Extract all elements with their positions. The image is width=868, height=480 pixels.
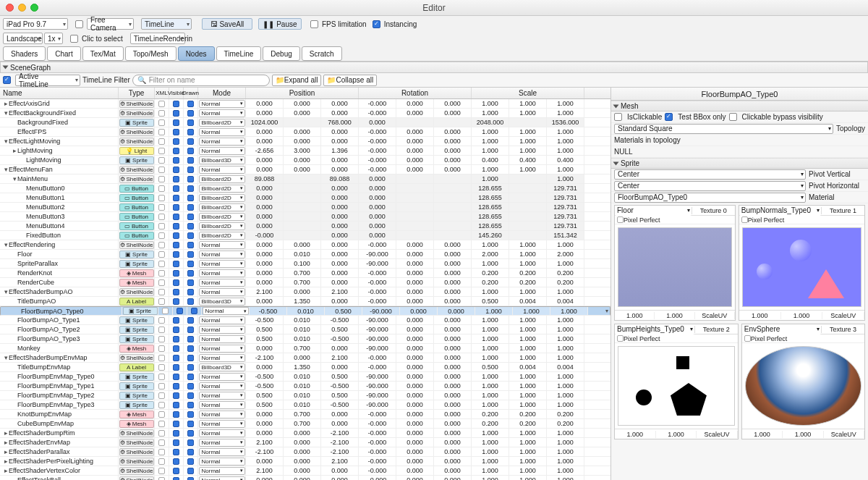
vis-chk[interactable] — [173, 449, 179, 455]
drw-chk[interactable] — [187, 430, 194, 437]
drw-chk[interactable] — [187, 458, 194, 465]
num-cell[interactable]: -90.000 — [359, 334, 396, 343]
num-cell[interactable]: 0.000 — [396, 165, 434, 174]
num-cell[interactable] — [434, 184, 472, 193]
num-cell[interactable]: 1.396 — [321, 146, 359, 155]
mode-select[interactable]: Billboard2D — [199, 232, 245, 240]
num-cell[interactable]: 1.000 — [472, 400, 509, 409]
tree-row[interactable]: ▾EffectShaderBumpAO⚙ShellNodeNormal2.100… — [0, 287, 610, 297]
tree-row[interactable]: FloorBumpAO_Type0▣SpriteNormal-0.5000.01… — [0, 306, 610, 316]
tree-row[interactable]: KnotBumpEnvMap◈MeshNormal0.0000.7000.000… — [0, 410, 610, 419]
num-cell[interactable]: 0.000 — [321, 212, 359, 221]
tree-row[interactable]: ▸EffectShaderVertexColor⚙ShellNodeNormal… — [0, 466, 610, 476]
tree-row[interactable]: ▸EffectShaderParallax⚙ShellNodeNormal-2.… — [0, 447, 610, 457]
xml-chk[interactable] — [158, 261, 165, 267]
num-cell[interactable]: 0.000 — [284, 99, 321, 108]
device-select[interactable]: iPad Pro 9.7 — [3, 18, 68, 30]
num-cell[interactable] — [509, 184, 547, 193]
num-cell[interactable]: -0.000 — [359, 297, 396, 306]
mode-select[interactable]: Normal — [199, 410, 245, 418]
num-cell[interactable]: -0.500 — [321, 334, 359, 343]
num-cell[interactable]: 1.000 — [509, 400, 547, 409]
num-cell[interactable]: 0.000 — [321, 297, 359, 306]
mode-select[interactable]: Normal — [199, 147, 245, 155]
num-cell[interactable]: 0.000 — [396, 287, 434, 296]
num-cell[interactable]: 1.000 — [472, 240, 509, 249]
num-cell[interactable]: -0.000 — [359, 287, 396, 296]
xml-chk[interactable] — [158, 101, 165, 107]
mode-select[interactable]: Billboard2D — [199, 175, 245, 183]
num-cell[interactable]: 0.010 — [284, 400, 321, 409]
drw-chk[interactable] — [187, 261, 194, 267]
num-cell[interactable]: 0.000 — [396, 400, 434, 409]
xml-chk[interactable] — [158, 411, 165, 418]
xml-chk[interactable] — [158, 279, 165, 286]
num-cell[interactable]: 0.000 — [284, 137, 321, 146]
xml-chk[interactable] — [158, 195, 165, 201]
tree-row[interactable]: FloorBumpEnvMap_Type0▣SpriteNormal-0.500… — [0, 372, 610, 382]
drw-chk[interactable] — [187, 355, 194, 361]
num-cell[interactable]: 0.700 — [284, 344, 321, 353]
num-cell[interactable]: -0.000 — [359, 429, 396, 437]
num-cell[interactable]: 1.000 — [547, 457, 584, 466]
num-cell[interactable]: 2.100 — [246, 438, 284, 447]
num-cell[interactable]: 1.000 — [547, 476, 584, 480]
vis-chk[interactable] — [173, 421, 179, 427]
tree-row[interactable]: CubeBumpEnvMap◈MeshNormal0.0000.7000.000… — [0, 419, 610, 429]
num-cell[interactable]: 0.000 — [246, 476, 284, 480]
drw-chk[interactable] — [187, 270, 194, 277]
collapse-all-button[interactable]: 📁 Collapse all — [323, 75, 377, 86]
mode-select[interactable]: Normal — [199, 128, 245, 136]
num-cell[interactable]: 129.731 — [547, 193, 584, 202]
drw-chk[interactable] — [187, 119, 194, 126]
num-cell[interactable]: 1.000 — [547, 391, 584, 400]
num-cell[interactable]: 0.200 — [472, 419, 509, 428]
num-cell[interactable]: 0.000 — [434, 137, 472, 146]
mode-select[interactable]: Normal — [199, 100, 245, 108]
num-cell[interactable]: 0.200 — [547, 269, 584, 277]
mode-select[interactable]: Normal — [199, 373, 245, 381]
num-cell[interactable]: 0.000 — [434, 419, 472, 428]
mode-select[interactable]: Normal — [199, 326, 245, 334]
mode-select[interactable]: Billboard2D — [199, 203, 245, 211]
num-cell[interactable]: 0.000 — [284, 438, 321, 447]
mode-select[interactable]: Normal — [199, 439, 245, 447]
num-cell[interactable]: -2.100 — [321, 447, 359, 456]
tab-chart[interactable]: Chart — [47, 46, 80, 61]
xml-chk[interactable] — [158, 345, 165, 352]
xml-chk[interactable] — [158, 430, 165, 437]
num-cell[interactable]: -0.000 — [359, 240, 396, 249]
xml-chk[interactable] — [158, 421, 165, 427]
mode-select[interactable]: Normal — [199, 241, 245, 249]
mode-select[interactable]: Billboard2D — [199, 194, 245, 202]
num-cell[interactable]: 0.000 — [321, 99, 359, 108]
num-cell[interactable]: 128.655 — [472, 212, 509, 221]
xml-chk[interactable] — [158, 270, 165, 277]
timeline-render-select[interactable]: TimeLineRenderin — [130, 33, 185, 44]
mode-select[interactable]: Billboard3D — [199, 298, 245, 306]
num-cell[interactable]: 1.000 — [472, 353, 509, 362]
num-cell[interactable]: 0.000 — [434, 325, 472, 334]
num-cell[interactable]: 1.000 — [547, 400, 584, 409]
num-cell[interactable]: 0.000 — [396, 447, 434, 456]
xml-chk[interactable] — [158, 223, 165, 230]
num-cell[interactable]: -90.000 — [359, 250, 396, 258]
num-cell[interactable]: 1.350 — [284, 297, 321, 306]
num-cell[interactable] — [434, 193, 472, 202]
drw-chk[interactable] — [187, 298, 194, 305]
drw-chk[interactable] — [187, 289, 194, 295]
num-cell[interactable]: -0.000 — [359, 476, 396, 480]
num-cell[interactable]: 1.000 — [509, 476, 547, 480]
tree-row[interactable]: EffectTrackBall⚙ShellNodeNormal0.0000.00… — [0, 476, 610, 480]
tree-row[interactable]: SpriteParallax▣SpriteNormal0.0000.1000.0… — [0, 259, 610, 269]
num-cell[interactable]: 1.000 — [509, 109, 547, 117]
tree-row[interactable]: FloorBumpEnvMap_Type3▣SpriteNormal0.5000… — [0, 400, 610, 410]
num-cell[interactable]: 0.000 — [434, 165, 472, 174]
num-cell[interactable]: 0.200 — [509, 419, 547, 428]
vis-chk[interactable] — [173, 148, 179, 154]
xml-chk[interactable] — [158, 251, 165, 258]
xml-chk[interactable] — [158, 176, 165, 182]
xml-chk[interactable] — [158, 214, 165, 220]
num-cell[interactable]: 768.000 — [321, 118, 359, 127]
num-cell[interactable]: 0.000 — [396, 250, 434, 258]
